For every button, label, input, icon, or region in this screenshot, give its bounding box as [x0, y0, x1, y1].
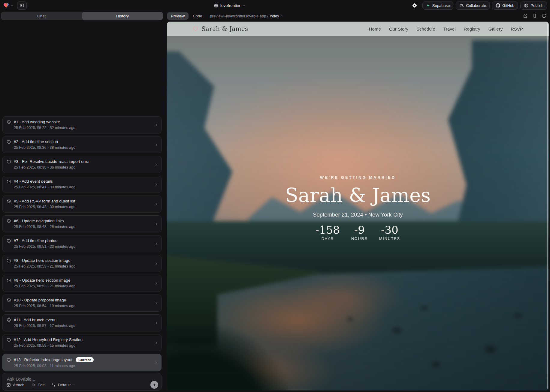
- site-header: Sarah & James HomeOur StoryScheduleTrave…: [167, 22, 549, 36]
- history-item-title: #3 - Fix: Resolve Lucide-react import er…: [14, 159, 90, 164]
- tab-history[interactable]: History: [82, 12, 163, 20]
- chevron-right-icon: [154, 321, 159, 325]
- chevron-down-icon: [243, 4, 246, 7]
- publish-globe-icon: [524, 3, 528, 8]
- countdown-label: HOURS: [351, 237, 368, 241]
- tab-preview[interactable]: Preview: [167, 12, 189, 20]
- settings-button[interactable]: [410, 1, 419, 10]
- send-button[interactable]: [150, 381, 158, 389]
- site-nav-link-label: Our Story: [389, 26, 408, 31]
- tab-chat[interactable]: Chat: [1, 12, 82, 20]
- hero-section: WE'RE GETTING MARRIED Sarah & James Sept…: [167, 175, 549, 241]
- site-nav-link[interactable]: RSVP: [511, 26, 523, 31]
- attach-button[interactable]: Attach: [6, 383, 24, 387]
- tab-code[interactable]: Code: [193, 14, 202, 18]
- history-item-title: #11 - Add brunch event: [14, 318, 56, 322]
- mobile-view-icon[interactable]: [532, 13, 537, 18]
- site-nav-link-label: Travel: [443, 26, 455, 31]
- history-clock-icon: [7, 120, 11, 124]
- history-item-timestamp: 25 Feb 2025, 08:36 - 38 minutes ago: [14, 145, 152, 150]
- preview-scrollbar[interactable]: [547, 23, 548, 389]
- countdown-value: -30: [379, 224, 400, 236]
- site-brand[interactable]: Sarah & James: [193, 25, 248, 32]
- history-list-item[interactable]: #5 - Add RSVP form and guest list 25 Feb…: [2, 196, 162, 213]
- tab-code-label: Code: [193, 14, 202, 18]
- history-list-item[interactable]: #11 - Add brunch event 25 Feb 2025, 08:5…: [2, 314, 162, 331]
- countdown-label: MINUTES: [379, 237, 400, 241]
- github-button-label: GitHub: [502, 3, 514, 8]
- chevron-right-icon: [154, 360, 159, 365]
- chevron-down-icon[interactable]: [11, 4, 14, 7]
- history-list-item[interactable]: #2 - Add timeline section 25 Feb 2025, 0…: [2, 136, 162, 153]
- history-clock-icon: [7, 338, 11, 342]
- history-item-timestamp: 25 Feb 2025, 08:53 - 21 minutes ago: [14, 264, 152, 268]
- history-list-item[interactable]: #8 - Update hero section image 25 Feb 20…: [2, 255, 162, 272]
- mode-select[interactable]: Default: [51, 383, 75, 387]
- lovable-logo-group[interactable]: [3, 2, 14, 8]
- site-nav-link[interactable]: Schedule: [416, 26, 435, 31]
- countdown: -158 DAYS -9 HOURS -30 MINUTES: [167, 224, 549, 241]
- prompt-composer[interactable]: Ask Lovable... Attach Edit: [2, 373, 162, 391]
- chevron-right-icon: [154, 222, 159, 226]
- gear-icon: [412, 3, 417, 8]
- sidebar-toggle-button[interactable]: [17, 1, 27, 10]
- target-edit-icon: [31, 383, 35, 387]
- collaborate-button[interactable]: Collaborate: [456, 1, 490, 10]
- history-clock-icon: [7, 179, 11, 184]
- history-item-title: #1 - Add wedding website: [14, 120, 60, 124]
- history-list-item[interactable]: #4 - Add event details 25 Feb 2025, 08:4…: [2, 176, 162, 193]
- prompt-input[interactable]: Ask Lovable...: [7, 376, 35, 382]
- history-list-item[interactable]: #13 - Refactor index page layout Current…: [2, 354, 162, 371]
- history-list-item[interactable]: #10 - Update proposal image 25 Feb 2025,…: [2, 295, 162, 312]
- chat-history-tabs: Chat History: [1, 12, 163, 20]
- site-nav-link[interactable]: Our Story: [389, 26, 408, 31]
- collaborate-users-icon: [459, 3, 464, 8]
- chevron-right-icon: [154, 261, 159, 266]
- site-nav-link[interactable]: Gallery: [488, 26, 503, 31]
- top-bar-actions: Supabase Collaborate GitHub: [410, 1, 547, 10]
- history-item-timestamp: 25 Feb 2025, 08:57 - 17 minutes ago: [14, 324, 152, 328]
- tab-history-label: History: [116, 14, 129, 18]
- history-item-timestamp: 25 Feb 2025, 08:22 - 52 minutes ago: [14, 126, 152, 130]
- top-bar: lovefrontier: [0, 0, 550, 11]
- history-clock-icon: [7, 298, 11, 302]
- chevron-right-icon: [154, 182, 159, 187]
- countdown-value: -158: [316, 224, 340, 236]
- history-clock-icon: [7, 239, 11, 243]
- history-list-item[interactable]: #6 - Update navigation links 25 Feb 2025…: [2, 215, 162, 232]
- history-list: #1 - Add wedding website 25 Feb 2025, 08…: [2, 116, 162, 371]
- chevron-right-icon: [154, 241, 159, 246]
- github-button[interactable]: GitHub: [492, 1, 518, 10]
- preview-toolbar-actions: [523, 13, 549, 18]
- tab-chat-label: Chat: [37, 14, 46, 18]
- site-nav-link[interactable]: Travel: [443, 26, 455, 31]
- project-switcher[interactable]: lovefrontier: [214, 0, 246, 11]
- history-list-item[interactable]: #9 - Update hero section image 25 Feb 20…: [2, 275, 162, 292]
- open-external-icon[interactable]: [523, 13, 528, 18]
- refresh-icon[interactable]: [542, 13, 546, 18]
- site-nav: HomeOur StoryScheduleTravelRegistryGalle…: [369, 26, 523, 31]
- site-nav-link[interactable]: Home: [369, 26, 381, 31]
- supabase-button-label: Supabase: [432, 3, 450, 8]
- chevron-right-icon: [154, 202, 159, 206]
- history-list-item[interactable]: #3 - Fix: Resolve Lucide-react import er…: [2, 156, 162, 173]
- supabase-button[interactable]: Supabase: [422, 1, 454, 10]
- site-nav-link[interactable]: Registry: [464, 26, 480, 31]
- edit-button[interactable]: Edit: [31, 383, 44, 387]
- lovable-heart-icon[interactable]: [3, 2, 9, 8]
- edit-button-label: Edit: [38, 383, 44, 387]
- publish-button[interactable]: Publish: [520, 1, 547, 10]
- history-list-item[interactable]: #7 - Add timeline photos 25 Feb 2025, 08…: [2, 235, 162, 252]
- history-item-timestamp: 25 Feb 2025, 08:38 - 36 minutes ago: [14, 165, 152, 169]
- history-item-title: #7 - Add timeline photos: [14, 238, 57, 243]
- preview-url-selector[interactable]: preview--lovefrontier.lovable.app / inde…: [210, 14, 283, 18]
- site-preview-viewport: Sarah & James HomeOur StoryScheduleTrave…: [167, 22, 549, 391]
- history-item-title: #8 - Update hero section image: [14, 258, 70, 263]
- history-item-title: #12 - Add Honeyfund Registry Section: [14, 337, 83, 342]
- preview-toolbar: Preview Code preview--lovefrontier.lovab…: [167, 11, 549, 20]
- github-icon: [496, 3, 500, 8]
- hero-title: Sarah & James: [167, 184, 549, 206]
- history-list-item[interactable]: #1 - Add wedding website 25 Feb 2025, 08…: [2, 116, 162, 133]
- history-item-timestamp: 25 Feb 2025, 08:51 - 23 minutes ago: [14, 244, 152, 249]
- history-list-item[interactable]: #12 - Add Honeyfund Registry Section 25 …: [2, 334, 162, 351]
